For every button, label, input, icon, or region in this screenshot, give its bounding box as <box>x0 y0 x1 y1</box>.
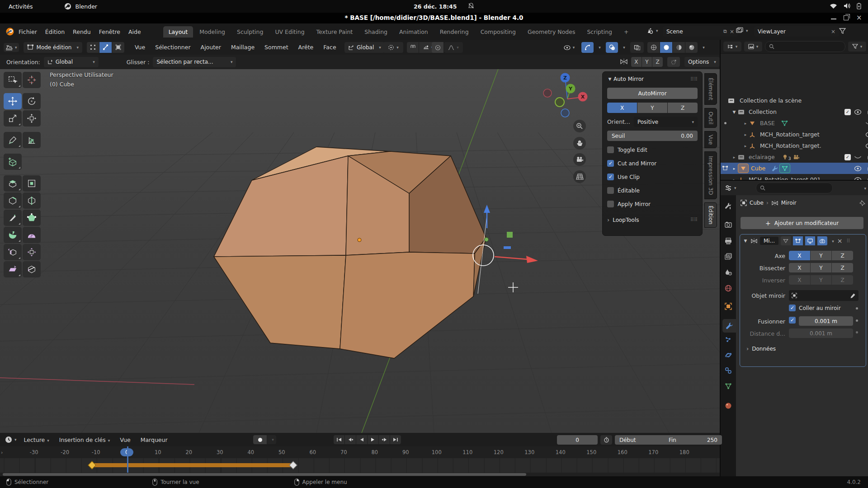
tool-annotate[interactable] <box>4 132 22 148</box>
battery-icon[interactable] <box>856 3 862 9</box>
use-preview-range-toggle[interactable] <box>600 435 612 445</box>
modifier-realtime-toggle[interactable] <box>805 236 815 245</box>
modifier-render-toggle[interactable] <box>817 236 827 245</box>
clip-checkbox[interactable] <box>789 305 796 311</box>
gizmo-dropdown[interactable] <box>594 42 603 53</box>
axis-z-button[interactable]: Z <box>668 103 698 113</box>
menu-playback[interactable]: Lecture <box>20 435 53 445</box>
mirror-x-button[interactable]: X <box>631 57 642 67</box>
drag-dots-icon[interactable]: ⠿ <box>846 238 850 244</box>
clock[interactable]: 26 déc. 18:45 <box>414 3 457 10</box>
tab-sculpting[interactable]: Sculpting <box>231 26 269 38</box>
visibility-dropdown[interactable] <box>560 42 579 53</box>
prev-keyframe-button[interactable] <box>345 435 356 444</box>
merge-value-field[interactable]: 0.001 m <box>799 316 853 326</box>
wifi-icon[interactable] <box>830 3 837 9</box>
outliner-row-mch-rotation-target-2[interactable]: ▸ MCH_Rotation_target. <box>721 140 868 151</box>
drag-dots-icon[interactable]: ⠿⠿ <box>690 217 698 223</box>
tab-modifiers-active[interactable] <box>722 319 736 333</box>
tool-rotate[interactable] <box>23 93 41 109</box>
tab-view-layer[interactable] <box>725 253 732 260</box>
tool-bevel[interactable] <box>4 192 22 209</box>
proportional-edit-toggle[interactable] <box>432 42 443 53</box>
snap-base-toggle[interactable] <box>667 57 680 67</box>
breadcrumb-modifier[interactable]: Miroir <box>781 200 797 206</box>
menu-help[interactable]: Aide <box>124 27 145 37</box>
tool-shear[interactable] <box>4 261 22 277</box>
tool-select-box[interactable] <box>4 72 22 88</box>
editor-type-button[interactable] <box>4 43 19 52</box>
outliner-filter-image-dropdown[interactable] <box>744 42 762 52</box>
viewport-3d[interactable]: Perspective Utilisateur (0) Cube <box>0 69 720 433</box>
disclosure-icon[interactable]: ▸ <box>743 144 748 148</box>
shading-solid-button[interactable] <box>660 42 672 53</box>
use-clip-row[interactable]: Use Clip <box>607 174 698 180</box>
tab-output[interactable] <box>725 238 732 244</box>
edge-select-button[interactable] <box>99 42 112 53</box>
disclosure-open-icon[interactable]: ▼ <box>731 110 737 114</box>
properties-search-input[interactable] <box>756 183 833 193</box>
auto-mirror-header[interactable]: ▼ Auto Mirror ⠿⠿ <box>603 73 702 85</box>
tab-material[interactable] <box>725 402 732 409</box>
sidebar-tab-edition[interactable]: Édition <box>704 202 717 228</box>
tab-uv-editing[interactable]: UV Editing <box>269 26 310 38</box>
apply-mirror-checkbox[interactable] <box>607 201 614 207</box>
xray-toggle[interactable] <box>630 42 644 53</box>
shading-rendered-button[interactable] <box>685 42 698 53</box>
eye-icon[interactable] <box>854 109 862 115</box>
outliner-row-cube[interactable]: ▸ Cube <box>721 163 868 174</box>
shading-material-button[interactable] <box>673 42 685 53</box>
tab-scene[interactable] <box>725 268 732 276</box>
shading-wireframe-button[interactable] <box>647 42 660 53</box>
shading-dropdown[interactable] <box>698 42 707 53</box>
app-menu[interactable]: Blender <box>71 2 101 11</box>
sidebar-tab-impression-3d[interactable]: Impression 3D <box>704 151 717 199</box>
menu-add[interactable]: Ajouter <box>197 42 225 52</box>
drag-dots-icon[interactable]: ⠿⠿ <box>690 76 698 82</box>
eye-icon[interactable] <box>865 132 868 137</box>
menu-render[interactable]: Rendu <box>69 27 95 37</box>
menu-marker[interactable]: Marqueur <box>137 435 172 445</box>
tab-constraints[interactable] <box>725 367 732 374</box>
playhead-line[interactable] <box>127 446 128 473</box>
tab-physics[interactable] <box>725 352 732 359</box>
unlink-scene-icon[interactable]: × <box>730 28 734 35</box>
keyframe-diamond-start[interactable] <box>88 461 96 469</box>
disclosure-icon[interactable]: ▸ <box>743 121 748 126</box>
play-reverse-button[interactable] <box>356 435 367 444</box>
apply-mirror-row[interactable]: Apply Mirror <box>607 201 698 207</box>
modifier-bisect-z[interactable]: Z <box>832 263 853 272</box>
axis-x-button[interactable]: X <box>607 103 637 113</box>
toggle-edit-row[interactable]: Toggle Edit <box>607 146 698 153</box>
use-clip-checkbox[interactable] <box>607 174 614 180</box>
tab-modeling[interactable]: Modeling <box>194 26 231 38</box>
pan-view-button[interactable] <box>573 137 586 150</box>
close-icon[interactable]: × <box>856 14 862 22</box>
modifier-bisect-x[interactable]: X <box>789 263 810 272</box>
eye-closed-icon[interactable] <box>854 155 862 160</box>
outliner-row-scene-collection[interactable]: Collection de la scène <box>721 95 868 106</box>
tab-object[interactable] <box>725 303 732 310</box>
blender-app-icon[interactable] <box>5 27 14 36</box>
menu-view[interactable]: Vue <box>131 42 149 52</box>
tab-object-data[interactable] <box>725 383 732 389</box>
tool-knife[interactable] <box>4 210 22 226</box>
eye-icon[interactable] <box>865 143 868 149</box>
transform-orientation-dropdown[interactable]: Global <box>344 42 385 53</box>
outliner-search-input[interactable] <box>765 41 845 52</box>
title-bar[interactable]: * BASE [/home/didier/3D/BASE.blend1] - B… <box>0 13 868 23</box>
tool-add-cube[interactable] <box>4 154 22 170</box>
disclosure-icon[interactable]: ▸ <box>743 132 748 137</box>
menu-mesh[interactable]: Maillage <box>227 42 259 52</box>
falloff-dropdown[interactable] <box>444 42 463 53</box>
menu-vertex[interactable]: Sommet <box>260 42 292 52</box>
add-workspace-button[interactable]: + <box>618 26 634 38</box>
collection-checkbox[interactable] <box>844 109 851 115</box>
tab-layout[interactable]: Layout <box>163 26 193 38</box>
modifier-edit-mode-toggle[interactable] <box>781 236 791 245</box>
tab-geometry-nodes[interactable]: Geometry Nodes <box>522 26 580 38</box>
mirror-object-field[interactable] <box>789 290 859 301</box>
tool-inset-faces[interactable] <box>23 175 41 192</box>
tool-options-dropdown[interactable]: Options <box>684 57 720 67</box>
clip-row[interactable]: Coller au miroir <box>789 305 841 311</box>
